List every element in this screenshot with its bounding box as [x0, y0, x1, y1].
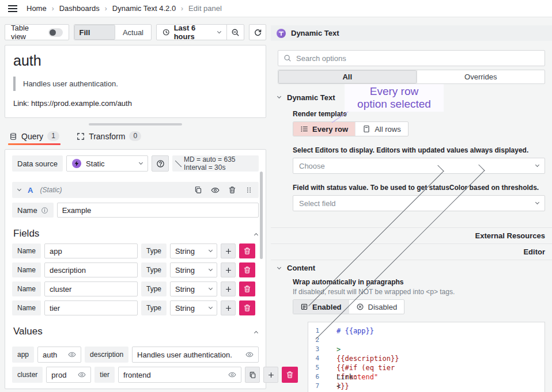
- value-input[interactable]: [43, 351, 65, 359]
- field-type-label: Type: [141, 281, 167, 296]
- duplicate-query-button[interactable]: [194, 186, 202, 194]
- eye-icon[interactable]: [68, 351, 76, 359]
- field-name-input[interactable]: [44, 243, 138, 258]
- table-view-toggle[interactable]: [48, 28, 63, 37]
- every-row-button[interactable]: Every row: [293, 122, 355, 136]
- field-type-select[interactable]: String: [170, 262, 217, 277]
- chevron-right-icon: [175, 160, 182, 166]
- query-collapse-icon[interactable]: [17, 187, 21, 191]
- render-template-label: Render template: [293, 110, 545, 118]
- chevron-down-icon: [535, 163, 539, 167]
- chevron-down-icon: [217, 29, 221, 33]
- field-type-select[interactable]: String: [170, 300, 217, 315]
- add-field-button[interactable]: [221, 300, 236, 315]
- field-type-value: String: [175, 247, 195, 256]
- field-type-label: Type: [141, 262, 167, 277]
- value-input-wrap: [46, 367, 91, 383]
- query-ref: A: [28, 186, 33, 195]
- tab-query[interactable]: Query 1: [7, 128, 62, 145]
- eye-icon[interactable]: [245, 351, 254, 359]
- chevron-up-icon: [254, 330, 258, 334]
- tab-transform[interactable]: Transform 0: [74, 128, 143, 145]
- query-name-label-chip: Name: [12, 203, 54, 218]
- remove-field-button[interactable]: [239, 281, 255, 296]
- blockquote-bar: [13, 77, 16, 91]
- breadcrumb-current: Edit panel: [188, 4, 222, 13]
- all-rows-label: All rows: [375, 125, 401, 134]
- field-type-select[interactable]: String: [170, 243, 217, 258]
- field-name-input[interactable]: [44, 281, 138, 296]
- field-row: Name Type String: [12, 243, 259, 258]
- eye-icon[interactable]: [78, 371, 86, 379]
- lightning-icon: [73, 160, 80, 167]
- section-editor[interactable]: Editor: [271, 243, 552, 260]
- value-input[interactable]: [51, 371, 74, 379]
- preview-link-line: Link: https://prod.example.com/auth: [13, 99, 258, 108]
- table-view-control: Table view: [5, 24, 69, 40]
- fill-button[interactable]: Fill: [74, 25, 115, 40]
- section-dynamic-text[interactable]: Dynamic Text: [271, 90, 552, 104]
- add-field-button[interactable]: [221, 243, 236, 258]
- preview-blockquote: Handles user authentication.: [13, 77, 258, 91]
- remove-field-button[interactable]: [239, 300, 255, 315]
- scrollbar-thumb[interactable]: [260, 172, 263, 259]
- actual-button[interactable]: Actual: [115, 25, 151, 40]
- breadcrumb-dashboard-name[interactable]: Dynamic Text 4.2.0: [112, 4, 176, 13]
- options-tabs: All Overrides: [278, 70, 545, 84]
- datasource-picker[interactable]: Static: [66, 155, 148, 172]
- value-input-wrap: [132, 347, 259, 363]
- eye-icon: [211, 186, 220, 195]
- breadcrumb-dashboards[interactable]: Dashboards: [59, 4, 100, 13]
- plus-icon: [225, 267, 232, 274]
- datasource-help-button[interactable]: [152, 155, 169, 172]
- delete-query-button[interactable]: [228, 186, 236, 194]
- query-name-input[interactable]: [57, 203, 259, 218]
- drag-query-handle[interactable]: [245, 186, 253, 194]
- field-type-label: Type: [141, 300, 167, 315]
- value-input[interactable]: [137, 351, 242, 359]
- resize-handle[interactable]: [89, 123, 182, 125]
- menu-icon[interactable]: [8, 5, 17, 12]
- tab-all[interactable]: All: [278, 70, 417, 83]
- add-field-button[interactable]: [221, 262, 236, 277]
- field-type-select[interactable]: String: [170, 281, 217, 296]
- trash-icon: [243, 247, 251, 255]
- query-name-label: Name: [17, 206, 37, 215]
- duplicate-value-row-button[interactable]: [245, 367, 260, 383]
- query-options-summary[interactable]: MD = auto = 635 Interval = 30s: [172, 155, 259, 172]
- field-row: Name Type String: [12, 281, 259, 296]
- field-type-label: Type: [141, 243, 167, 258]
- add-field-button[interactable]: [221, 281, 236, 296]
- time-range-button[interactable]: Last 6 hours: [157, 25, 226, 40]
- refresh-button[interactable]: [249, 24, 266, 40]
- field-name-input[interactable]: [44, 262, 138, 277]
- status-field-placeholder: Select field: [299, 199, 336, 208]
- hide-query-button[interactable]: [211, 186, 220, 195]
- breadcrumb-home[interactable]: Home: [27, 4, 47, 13]
- time-range-group: Last 6 hours: [156, 24, 244, 40]
- trash-icon: [243, 304, 251, 312]
- query-type: (Static): [40, 186, 62, 194]
- section-content[interactable]: Content: [271, 260, 552, 276]
- value-label: app: [12, 347, 34, 363]
- value-input[interactable]: [123, 371, 225, 379]
- content-code-editor[interactable]: 1# {{app}}2 3> {{description}}4 5{{#if (…: [308, 322, 545, 392]
- field-type-value: String: [175, 285, 195, 294]
- time-range-label: Last 6 hours: [174, 24, 214, 40]
- tab-overrides[interactable]: Overrides: [417, 70, 545, 83]
- all-rows-button[interactable]: All rows: [355, 122, 408, 136]
- options-search-input[interactable]: [296, 54, 539, 63]
- remove-field-button[interactable]: [239, 243, 255, 258]
- refresh-icon: [254, 28, 262, 37]
- fields-section-header[interactable]: Fields: [12, 228, 259, 239]
- panel-toolbar: Table view Fill Actual Last 6 hours: [5, 24, 266, 40]
- status-field-select[interactable]: Select field: [293, 195, 545, 211]
- wrap-disabled-button[interactable]: Disabled: [349, 300, 404, 314]
- values-section-header[interactable]: Values: [12, 326, 259, 337]
- preview-title: auth: [13, 52, 258, 69]
- editors-select[interactable]: Choose: [293, 158, 545, 174]
- time-zoom-out-button[interactable]: [227, 25, 244, 40]
- field-name-input[interactable]: [44, 300, 138, 315]
- eye-icon[interactable]: [228, 371, 236, 379]
- remove-field-button[interactable]: [239, 262, 255, 277]
